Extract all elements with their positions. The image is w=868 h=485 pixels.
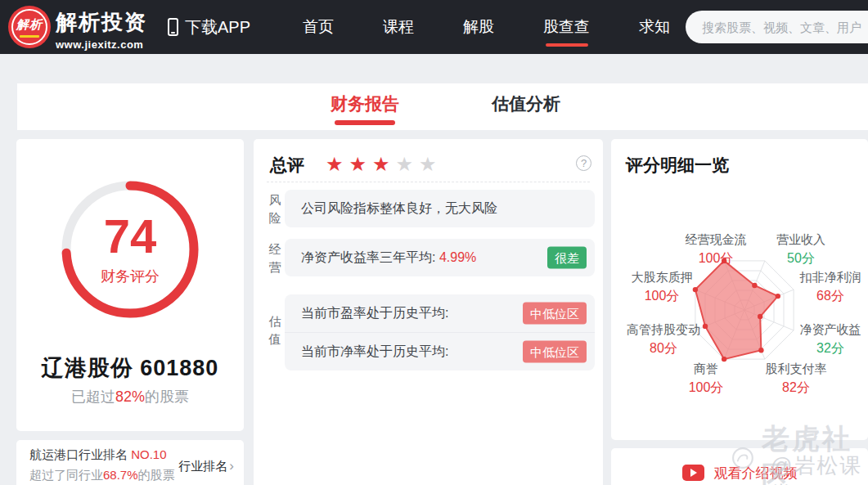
brand-site-url: www.jiexitz.com <box>56 38 147 51</box>
score-ring-text: 74 财务评分 <box>52 172 208 327</box>
rank-lines: 航运港口行业排名 NO.10 超过了同行业68.7%的股票 <box>29 447 175 483</box>
financial-score-label: 财务评分 <box>101 267 160 286</box>
score-card: 74 财务评分 辽港股份 601880 已超过82%的股票 <box>16 139 244 431</box>
page: 解析 解析投资 www.jiexitz.com 下载APP 首页课程解股股查查求… <box>0 0 868 485</box>
download-app-label: 下载APP <box>185 16 250 38</box>
watch-intro-video-label: 观看介绍视频 <box>714 464 798 483</box>
radar-axis-name: 大股东质押 <box>609 270 715 285</box>
beat-value: 82% <box>115 388 145 405</box>
main-nav: 首页课程解股股查查求知 <box>278 0 695 54</box>
roe-label: 净资产收益率三年平均: <box>301 250 439 264</box>
radar-axis-score: 32分 <box>777 340 868 357</box>
phone-icon <box>168 18 178 36</box>
download-app-button[interactable]: 下载APP <box>168 0 250 54</box>
brand-block[interactable]: 解析投资 www.jiexitz.com <box>56 8 147 51</box>
rank-line2-suffix: 的股票 <box>138 468 175 482</box>
pb-label: 当前市净率处于历史平均: <box>301 344 448 358</box>
pb-zone-badge: 中低位区 <box>523 341 587 363</box>
radar-axis-name: 扣非净利润 <box>777 270 868 285</box>
tab-financial-report[interactable]: 财务报告 <box>331 83 399 130</box>
intro-video-card: 观看介绍视频 <box>611 448 868 485</box>
chevron-right-icon: › <box>229 458 234 474</box>
star-icon: ★ <box>349 153 373 175</box>
beat-prefix: 已超过 <box>71 388 115 405</box>
score-ring: 74 财务评分 <box>52 172 208 327</box>
site-logo-inner: 解析 <box>11 9 47 45</box>
radar-axis-7: 大股东质押100分 <box>609 270 715 305</box>
pb-row: 当前市净率处于历史平均: 中低位区 <box>285 333 595 370</box>
star-icon: ★ <box>372 153 396 175</box>
watch-intro-video-button[interactable]: 观看介绍视频 <box>611 448 868 485</box>
industry-rank-card: 航运港口行业排名 NO.10 超过了同行业68.7%的股票 行业排名 › <box>16 440 244 485</box>
risk-summary-text: 公司风险指标整体良好，无大风险 <box>301 201 497 215</box>
report-tabbar: 财务报告 估值分析 <box>17 83 868 130</box>
stock-name-code: 辽港股份 601880 <box>16 353 244 383</box>
star-icon: ★ <box>396 153 420 175</box>
pe-label: 当前市盈率处于历史平均: <box>301 306 448 320</box>
beat-percent-line: 已超过82%的股票 <box>16 387 244 406</box>
radar-axis-name: 净资产收益 <box>777 322 868 338</box>
help-icon[interactable]: ? <box>576 155 591 171</box>
radar-axis-score: 80分 <box>610 340 717 357</box>
play-icon <box>682 465 704 481</box>
risk-summary-row: 公司风险指标整体良好，无大风险 <box>285 190 595 227</box>
valuation-box: 当前市盈率处于历史平均: 中低位区 当前市净率处于历史平均: 中低位区 <box>285 294 595 370</box>
overall-review-card: 总评 ★★★★★ ? 风险 公司风险指标整体良好，无大风险 经营 净资产收益率三… <box>254 139 603 485</box>
tab-valuation-analysis[interactable]: 估值分析 <box>492 83 560 130</box>
radar-axis-name: 商誉 <box>653 362 759 377</box>
rank-line2-value: 68.7% <box>103 468 138 482</box>
nav-item-2[interactable]: 解股 <box>438 0 519 54</box>
rank-line1-value: NO.10 <box>131 447 166 461</box>
radar-axis-score: 50分 <box>748 250 854 267</box>
radar-axis-score: 100分 <box>609 288 715 305</box>
section-label-risk: 风险 <box>268 191 281 227</box>
star-icon: ★ <box>419 153 443 175</box>
star-rating: ★★★★★ <box>326 153 443 176</box>
nav-item-3[interactable]: 股查查 <box>519 0 614 54</box>
site-logo-tagline <box>20 35 39 38</box>
roe-rating-badge: 很差 <box>547 247 587 269</box>
radar-axis-score: 68分 <box>777 288 868 305</box>
section-label-operation: 经营 <box>268 240 281 276</box>
nav-item-1[interactable]: 课程 <box>358 0 438 54</box>
financial-score-value: 74 <box>104 213 157 260</box>
pe-zone-badge: 中低位区 <box>523 303 587 325</box>
radar-axis-6: 高管持股变动80分 <box>610 322 717 357</box>
operation-box: 净资产收益率三年平均: 4.99% 很差 <box>285 239 595 276</box>
roe-row: 净资产收益率三年平均: 4.99% 很差 <box>285 239 595 276</box>
beat-suffix: 的股票 <box>145 388 189 405</box>
radar-axis-name: 高管持股变动 <box>610 322 717 338</box>
rank-line1: 航运港口行业排名 NO.10 <box>29 447 175 463</box>
radar-axis-score: 100分 <box>653 379 759 397</box>
industry-rank-link[interactable]: 行业排名 › <box>178 458 234 474</box>
radar-axis-name: 营业收入 <box>748 232 854 248</box>
search-input[interactable] <box>686 11 868 43</box>
radar-axis-2: 扣非净利润68分 <box>777 270 868 305</box>
rank-line2: 超过了同行业68.7%的股票 <box>29 468 175 483</box>
rank-line1-prefix: 航运港口行业排名 <box>29 447 131 461</box>
site-logo-icon[interactable]: 解析 <box>8 6 51 48</box>
review-title: 总评 <box>270 154 304 177</box>
site-logo-text: 解析 <box>16 17 43 33</box>
brand-name: 解析投资 <box>56 8 147 37</box>
score-detail-card: 评分明细一览 经营现金流100分营业收入50分扣非净利润68分净资产收益32分股… <box>611 139 868 440</box>
radar-axis-5: 商誉100分 <box>653 362 759 397</box>
roe-value: 4.99% <box>439 250 476 264</box>
rank-line2-prefix: 超过了同行业 <box>29 468 103 482</box>
star-icon: ★ <box>326 153 349 175</box>
nav-item-4[interactable]: 求知 <box>614 0 695 54</box>
radar-axis-3: 净资产收益32分 <box>777 322 868 357</box>
radar-axis-1: 营业收入50分 <box>748 232 854 267</box>
risk-summary-box: 公司风险指标整体良好，无大风险 <box>285 190 595 227</box>
top-header: 解析 解析投资 www.jiexitz.com 下载APP 首页课程解股股查查求… <box>0 0 868 54</box>
nav-item-0[interactable]: 首页 <box>278 0 358 54</box>
pe-row: 当前市盈率处于历史平均: 中低位区 <box>285 294 595 332</box>
divider <box>267 182 590 182</box>
industry-rank-link-label: 行业排名 <box>178 459 227 474</box>
section-label-valuation: 估值 <box>268 312 281 348</box>
